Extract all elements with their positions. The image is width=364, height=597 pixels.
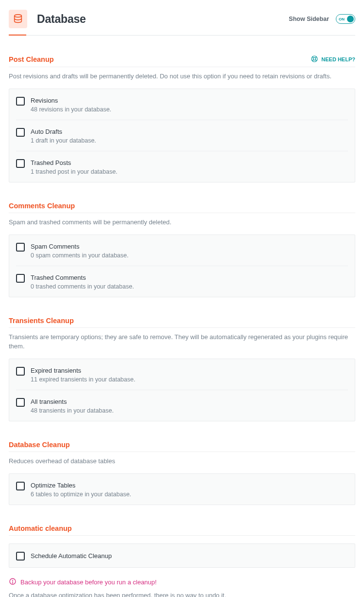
database-icon bbox=[9, 10, 27, 28]
options-box: Expired transients 11 expired transients… bbox=[9, 359, 355, 421]
header-left: Database bbox=[9, 10, 86, 28]
options-box: Spam Comments 0 spam comments in your da… bbox=[9, 235, 355, 297]
switch-knob bbox=[347, 16, 354, 22]
svg-line-4 bbox=[315, 60, 317, 61]
header-right: Show Sidebar ON bbox=[289, 14, 355, 24]
options-box: Optimize Tables 6 tables to optimize in … bbox=[9, 473, 355, 505]
option-sublabel: 6 tables to optimize in your database. bbox=[31, 491, 131, 498]
section-desc: Spam and trashed comments will be perman… bbox=[9, 218, 355, 227]
option-trashed-posts[interactable]: Trashed Posts 1 trashed post in your dat… bbox=[16, 151, 348, 182]
warning-text: Backup your database before you run a cl… bbox=[20, 579, 156, 586]
checkbox[interactable] bbox=[16, 482, 25, 490]
backup-warning: Backup your database before you run a cl… bbox=[9, 578, 355, 587]
option-label: Revisions bbox=[31, 97, 111, 104]
section-automatic-cleanup: Automatic cleanup Schedule Automatic Cle… bbox=[9, 525, 355, 568]
checkbox[interactable] bbox=[16, 367, 25, 376]
option-label: Spam Comments bbox=[31, 243, 129, 250]
option-revisions[interactable]: Revisions 48 revisions in your database. bbox=[9, 89, 355, 120]
section-transients-cleanup: Transients Cleanup Transients are tempor… bbox=[9, 317, 355, 421]
option-label: Schedule Automatic Cleanup bbox=[31, 552, 112, 560]
option-label: All transients bbox=[31, 398, 114, 405]
section-title: Comments Cleanup bbox=[9, 202, 75, 210]
section-title: Post Cleanup bbox=[9, 55, 54, 63]
option-schedule-automatic-cleanup[interactable]: Schedule Automatic Cleanup bbox=[9, 544, 355, 567]
options-box: Revisions 48 revisions in your database.… bbox=[9, 89, 355, 182]
section-database-cleanup: Database Cleanup Reduces overhead of dat… bbox=[9, 441, 355, 505]
checkbox[interactable] bbox=[16, 398, 25, 407]
show-sidebar-toggle[interactable]: ON bbox=[336, 14, 355, 24]
checkbox[interactable] bbox=[16, 97, 25, 106]
section-desc: Transients are temporary options; they a… bbox=[9, 333, 355, 350]
section-desc: Post revisions and drafts will be perman… bbox=[9, 72, 355, 81]
switch-on-label: ON bbox=[339, 17, 345, 21]
svg-point-0 bbox=[15, 15, 22, 17]
svg-line-5 bbox=[312, 60, 314, 61]
option-sublabel: 1 draft in your database. bbox=[31, 137, 96, 144]
option-sublabel: 0 trashed comments in your database. bbox=[31, 283, 134, 290]
option-label: Expired transients bbox=[31, 367, 135, 374]
header-accent bbox=[9, 35, 26, 36]
section-post-cleanup: Post Cleanup NEED HELP? Post revisions a… bbox=[9, 55, 355, 182]
option-label: Trashed Comments bbox=[31, 274, 134, 281]
svg-point-9 bbox=[12, 582, 13, 583]
checkbox[interactable] bbox=[16, 552, 25, 561]
checkbox[interactable] bbox=[16, 274, 25, 283]
need-help-link[interactable]: NEED HELP? bbox=[311, 55, 355, 64]
checkbox[interactable] bbox=[16, 128, 25, 137]
option-sublabel: 48 revisions in your database. bbox=[31, 106, 111, 113]
option-label: Auto Drafts bbox=[31, 128, 96, 135]
option-sublabel: 0 spam comments in your database. bbox=[31, 252, 129, 259]
option-expired-transients[interactable]: Expired transients 11 expired transients… bbox=[9, 359, 355, 390]
show-sidebar-label: Show Sidebar bbox=[289, 16, 329, 22]
section-title: Automatic cleanup bbox=[9, 525, 72, 532]
page-title: Database bbox=[37, 13, 86, 26]
option-auto-drafts[interactable]: Auto Drafts 1 draft in your database. bbox=[16, 120, 348, 151]
option-sublabel: 1 trashed post in your database. bbox=[31, 168, 118, 175]
page-header: Database Show Sidebar ON bbox=[9, 5, 355, 36]
alert-circle-icon bbox=[9, 578, 17, 587]
option-label: Trashed Posts bbox=[31, 159, 118, 166]
need-help-label: NEED HELP? bbox=[321, 56, 355, 62]
lifebuoy-icon bbox=[311, 55, 318, 64]
section-desc: Reduces overhead of database tables bbox=[9, 457, 355, 466]
section-title: Transients Cleanup bbox=[9, 317, 74, 325]
option-trashed-comments[interactable]: Trashed Comments 0 trashed comments in y… bbox=[16, 266, 348, 297]
section-comments-cleanup: Comments Cleanup Spam and trashed commen… bbox=[9, 202, 355, 297]
option-label: Optimize Tables bbox=[31, 482, 131, 489]
section-title: Database Cleanup bbox=[9, 441, 70, 449]
svg-line-6 bbox=[315, 56, 317, 58]
option-sublabel: 11 expired transients in your database. bbox=[31, 376, 135, 383]
footer-note: Once a database optimization has been pe… bbox=[9, 592, 355, 597]
options-box: Schedule Automatic Cleanup bbox=[9, 543, 355, 568]
option-optimize-tables[interactable]: Optimize Tables 6 tables to optimize in … bbox=[9, 474, 355, 505]
checkbox[interactable] bbox=[16, 243, 25, 252]
option-all-transients[interactable]: All transients 48 transients in your dat… bbox=[16, 390, 348, 421]
option-sublabel: 48 transients in your database. bbox=[31, 407, 114, 414]
svg-line-3 bbox=[312, 56, 314, 58]
option-spam-comments[interactable]: Spam Comments 0 spam comments in your da… bbox=[9, 235, 355, 266]
checkbox[interactable] bbox=[16, 159, 25, 168]
